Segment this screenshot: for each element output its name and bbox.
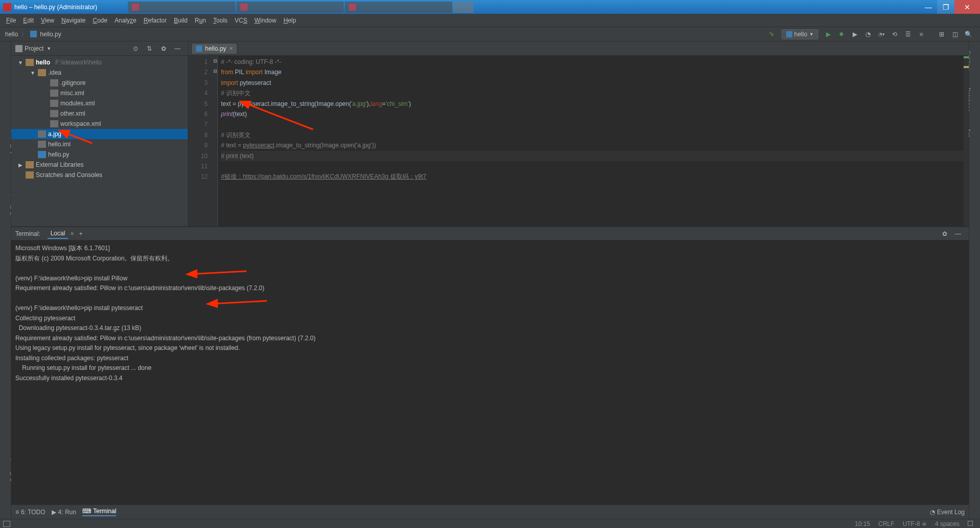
- concurrency-button[interactable]: ◔▾: [876, 29, 886, 39]
- close-button[interactable]: ✕: [954, 0, 980, 14]
- menu-edit[interactable]: Edit: [20, 15, 37, 26]
- line-gutter[interactable]: 123456789101112: [188, 56, 213, 226]
- line-separator[interactable]: CRLF: [874, 520, 898, 527]
- project-icon: [15, 45, 23, 52]
- menu-tools[interactable]: Tools: [210, 15, 231, 26]
- build-icon[interactable]: ⇩: [765, 27, 779, 41]
- todo-tab[interactable]: ≡6: TODO: [15, 509, 46, 516]
- close-terminal-tab-icon[interactable]: ×: [70, 230, 74, 237]
- marker-bar[interactable]: [964, 56, 969, 226]
- bg-tab: [453, 2, 474, 13]
- menu-refactor[interactable]: Refactor: [141, 15, 170, 26]
- chevron-down-icon[interactable]: ▼: [47, 46, 51, 51]
- run-config-label: hello: [794, 31, 807, 38]
- terminal-output[interactable]: Microsoft Windows [版本 6.1.7601]版权所有 (c) …: [11, 240, 969, 504]
- run-config-selector[interactable]: hello ▼: [782, 29, 818, 39]
- run-anything-button[interactable]: ☰: [903, 29, 913, 39]
- tree-row[interactable]: a.jpg: [11, 129, 188, 139]
- python-icon: [30, 31, 37, 37]
- new-terminal-icon[interactable]: +: [79, 230, 82, 237]
- editor-tab-hello-py[interactable]: hello.py ×: [191, 43, 237, 54]
- tree-row[interactable]: workspace.xml: [11, 119, 188, 129]
- fold-strip[interactable]: ⊟⊟: [213, 56, 218, 226]
- run-button[interactable]: ▶: [823, 29, 833, 39]
- stop-button[interactable]: ■: [916, 29, 926, 39]
- editor-tab-label: hello.py: [205, 45, 226, 52]
- search-everywhere-icon[interactable]: 🔍: [963, 29, 973, 39]
- breadcrumb-project[interactable]: hello: [5, 31, 18, 38]
- cursor-position[interactable]: 10:15: [851, 520, 874, 527]
- attach-button[interactable]: ⟲: [889, 29, 900, 39]
- locate-icon[interactable]: ⊙: [130, 43, 141, 54]
- bg-tab: [345, 2, 452, 13]
- git-icon[interactable]: ◫: [950, 29, 960, 39]
- event-log-tab[interactable]: ◔Event Log: [930, 509, 965, 516]
- breadcrumb[interactable]: hello 〉 hello.py: [5, 30, 61, 38]
- readonly-lock-icon[interactable]: [964, 520, 977, 527]
- tree-row[interactable]: misc.xml: [11, 88, 188, 98]
- project-tree[interactable]: ▼helloF:\ideawork\hello▼.idea.gitignorem…: [11, 56, 188, 182]
- hide-terminal-icon[interactable]: —: [953, 229, 963, 239]
- menu-file[interactable]: File: [3, 15, 19, 26]
- menu-navigate[interactable]: Navigate: [58, 15, 88, 26]
- breadcrumb-file[interactable]: hello.py: [40, 31, 61, 38]
- hide-icon[interactable]: —: [172, 43, 183, 54]
- minimize-button[interactable]: —: [920, 0, 937, 14]
- app-icon: [3, 3, 11, 11]
- terminal-tab-local[interactable]: Local: [48, 229, 69, 239]
- tree-row[interactable]: hello.py: [11, 149, 188, 160]
- coverage-button[interactable]: ▶: [850, 29, 860, 39]
- chevron-down-icon: ▼: [809, 32, 814, 37]
- indent-setting[interactable]: 4 spaces: [931, 520, 964, 527]
- terminal-title: Terminal:: [15, 230, 40, 237]
- file-encoding[interactable]: UTF-8 ≑: [899, 520, 931, 527]
- project-title: Project: [25, 45, 43, 52]
- toggle-tool-windows-icon[interactable]: [3, 521, 10, 527]
- breadcrumb-sep: 〉: [21, 30, 27, 38]
- menu-window[interactable]: Window: [251, 15, 279, 26]
- tree-row[interactable]: other.xml: [11, 108, 188, 119]
- settings-icon[interactable]: ✿: [159, 43, 169, 54]
- terminal-tab[interactable]: ⌨Terminal: [82, 508, 116, 516]
- menu-code[interactable]: Code: [90, 15, 110, 26]
- tree-row[interactable]: .gitignore: [11, 78, 188, 88]
- menu-analyze[interactable]: Analyze: [112, 15, 140, 26]
- project-tool-window: Project ▼ ⊙ ⇅ ✿ — ▼helloF:\ideawork\hell…: [11, 41, 188, 226]
- editor: hello.py × 123456789101112 ⊟⊟ # -*- codi…: [188, 41, 969, 226]
- bg-tab: [236, 2, 344, 13]
- menu-bar: File Edit View Navigate Code Analyze Ref…: [0, 14, 980, 27]
- menu-build[interactable]: Build: [171, 15, 191, 26]
- menu-run[interactable]: Run: [192, 15, 209, 26]
- code-area[interactable]: # -*- coding: UTF-8 -*-from PIL import I…: [218, 56, 969, 226]
- tree-row[interactable]: ▼helloF:\ideawork\hello: [11, 57, 188, 68]
- bottom-tool-bar: ≡6: TODO ▶4: Run ⌨Terminal ◔Event Log: [11, 504, 969, 519]
- menu-help[interactable]: Help: [280, 15, 299, 26]
- tree-row[interactable]: Scratches and Consoles: [11, 170, 188, 180]
- background-tabs: [128, 2, 474, 13]
- tree-row[interactable]: hello.iml: [11, 139, 188, 149]
- tree-row[interactable]: modules.xml: [11, 98, 188, 108]
- window-title-bar: hello – hello.py (Administrator) — ❐ ✕: [0, 0, 980, 14]
- terminal-settings-icon[interactable]: ✿: [940, 229, 950, 239]
- navigation-bar: hello 〉 hello.py ⇩ hello ▼ ▶ ✸ ▶ ◔ ◔▾ ⟲ …: [0, 27, 980, 41]
- editor-tab-bar: hello.py ×: [188, 41, 969, 56]
- close-tab-icon[interactable]: ×: [229, 45, 233, 52]
- terminal-header: Terminal: Local × + ✿ —: [11, 227, 969, 240]
- update-project-icon[interactable]: ⊞: [937, 29, 947, 39]
- run-tab[interactable]: ▶4: Run: [52, 509, 76, 516]
- status-bar: 10:15 CRLF UTF-8 ≑ 4 spaces: [0, 519, 980, 528]
- menu-view[interactable]: View: [38, 15, 57, 26]
- left-tool-stripe: 1: Project 7: Structure 2: Favorites: [0, 41, 11, 519]
- menu-vcs[interactable]: VCS: [232, 15, 251, 26]
- project-header: Project ▼ ⊙ ⇅ ✿ —: [11, 41, 188, 56]
- debug-button[interactable]: ✸: [836, 29, 847, 39]
- bg-tab: [128, 2, 235, 13]
- expand-all-icon[interactable]: ⇅: [144, 43, 154, 54]
- profile-button[interactable]: ◔: [863, 29, 873, 39]
- python-icon: [196, 46, 202, 52]
- maximize-button[interactable]: ❐: [937, 0, 954, 14]
- tree-row[interactable]: ▶External Libraries: [11, 160, 188, 170]
- tree-row[interactable]: ▼.idea: [11, 68, 188, 78]
- window-title: hello – hello.py (Administrator): [14, 4, 107, 11]
- python-icon: [786, 31, 792, 37]
